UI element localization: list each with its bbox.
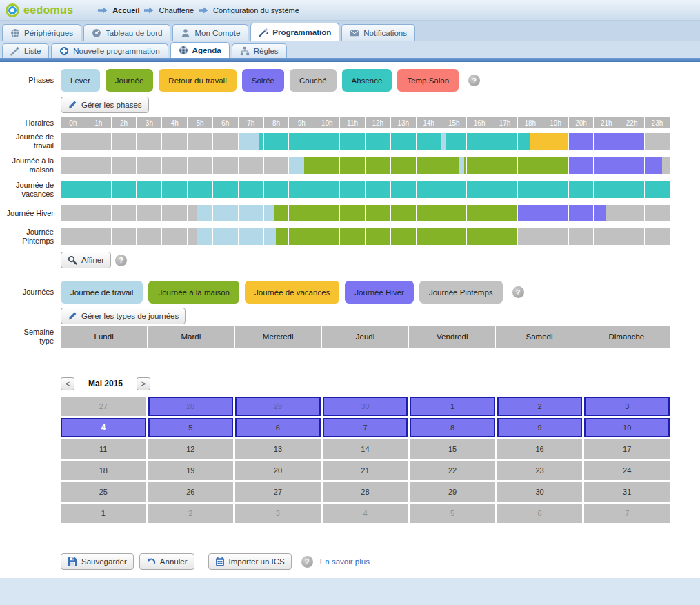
- timeline-hour-cell[interactable]: [340, 181, 365, 198]
- weekday-header-cell[interactable]: Vendredi: [409, 326, 495, 348]
- timeline-hour-cell[interactable]: [645, 157, 670, 174]
- timeline-hour-cell[interactable]: [467, 228, 492, 245]
- timeline-hour-cell[interactable]: [137, 181, 161, 198]
- calendar-day-cell[interactable]: 5: [148, 418, 234, 437]
- timeline-hour-cell[interactable]: [264, 157, 289, 174]
- timeline-hour-cell[interactable]: [264, 228, 289, 245]
- timeline-hour-cell[interactable]: [366, 133, 390, 150]
- save-button[interactable]: Sauvegarder: [61, 553, 134, 570]
- timeline-hour-cell[interactable]: [441, 205, 466, 221]
- timeline-hour-cell[interactable]: [619, 205, 644, 221]
- breadcrumb-item[interactable]: Chaufferie: [159, 6, 194, 14]
- calendar-day-cell[interactable]: 13: [235, 439, 321, 459]
- timeline-hour-cell[interactable]: [213, 205, 238, 221]
- timeline-hour-cell[interactable]: [137, 228, 161, 245]
- timeline-hour-cell[interactable]: [239, 157, 263, 174]
- phase-chip[interactable]: Absence: [342, 69, 392, 92]
- timeline-hour-cell[interactable]: [61, 157, 86, 174]
- timeline-hour-cell[interactable]: [417, 133, 441, 150]
- timeline-hour-cell[interactable]: [366, 205, 390, 221]
- calendar-day-cell[interactable]: 7: [584, 504, 670, 523]
- timeline-hour-cell[interactable]: [112, 228, 137, 245]
- timeline-hour-cell[interactable]: [112, 205, 137, 221]
- timeline-hour-cell[interactable]: [289, 157, 314, 174]
- phase-chip[interactable]: Lever: [61, 69, 100, 92]
- timeline-hour-cell[interactable]: [86, 133, 111, 150]
- calendar-day-cell[interactable]: 29: [235, 397, 321, 416]
- timeline-hour-cell[interactable]: [492, 133, 517, 150]
- weekday-header-cell[interactable]: Samedi: [496, 326, 582, 348]
- timeline-hour-cell[interactable]: [239, 205, 263, 221]
- learn-more-link[interactable]: En savoir plus: [320, 557, 370, 566]
- calendar-day-cell[interactable]: 10: [584, 418, 670, 437]
- calendar-day-cell[interactable]: 28: [323, 482, 408, 502]
- timeline-hour-cell[interactable]: [188, 181, 212, 198]
- timeline-hour-cell[interactable]: [61, 181, 86, 198]
- timeline-hour-cell[interactable]: [543, 181, 568, 198]
- affiner-button[interactable]: Affiner: [61, 252, 111, 268]
- calendar-day-cell[interactable]: 12: [148, 439, 234, 459]
- timeline-hour-cell[interactable]: [289, 205, 314, 221]
- eedomus-logo[interactable]: eedomus: [6, 3, 73, 17]
- calendar-day-cell[interactable]: 15: [410, 439, 495, 459]
- timeline-hour-cell[interactable]: [366, 228, 390, 245]
- timeline-hour-cell[interactable]: [391, 228, 416, 245]
- timeline-hour-cell[interactable]: [645, 181, 670, 198]
- calendar-day-cell[interactable]: 31: [584, 482, 670, 502]
- help-icon[interactable]: ?: [468, 75, 480, 86]
- phase-chip[interactable]: Retour du travail: [159, 69, 236, 92]
- timeline-hour-cell[interactable]: [569, 133, 594, 150]
- calendar-day-cell[interactable]: 21: [323, 461, 408, 480]
- calendar-day-cell[interactable]: 8: [410, 418, 495, 437]
- calendar-day-cell[interactable]: 30: [323, 397, 408, 416]
- tab-programmation[interactable]: Programmation: [250, 23, 339, 41]
- weekday-header-cell[interactable]: Mardi: [148, 326, 234, 348]
- timeline-hour-cell[interactable]: [86, 157, 111, 174]
- phase-chip[interactable]: Temp Salon: [397, 69, 459, 92]
- timeline-hour-cell[interactable]: [213, 133, 238, 150]
- timeline-hour-cell[interactable]: [594, 228, 619, 245]
- timeline-hour-cell[interactable]: [467, 205, 492, 221]
- timeline-hour-cell[interactable]: [340, 228, 365, 245]
- calendar-day-cell[interactable]: 1: [61, 504, 146, 523]
- timeline-hour-cell[interactable]: [543, 228, 568, 245]
- calendar-day-cell[interactable]: 30: [497, 482, 583, 502]
- timeline-hour-cell[interactable]: [239, 181, 263, 198]
- calendar-day-cell[interactable]: 1: [410, 397, 495, 416]
- calendar-day-cell[interactable]: 14: [323, 439, 408, 459]
- timeline-hour-cell[interactable]: [340, 157, 365, 174]
- timeline-hour-cell[interactable]: [239, 228, 263, 245]
- timeline-hour-cell[interactable]: [391, 133, 416, 150]
- timeline-hour-cell[interactable]: [239, 133, 263, 150]
- calendar-day-cell[interactable]: 27: [235, 482, 321, 502]
- tab-tableau-de-bord[interactable]: Tableau de bord: [83, 24, 170, 41]
- timeline-hour-cell[interactable]: [366, 181, 390, 198]
- calendar-prev-button[interactable]: <: [61, 377, 74, 390]
- timeline-hour-cell[interactable]: [289, 181, 314, 198]
- timeline-hour-cell[interactable]: [467, 181, 492, 198]
- timeline-hour-cell[interactable]: [594, 157, 619, 174]
- subtab-regles[interactable]: Règles: [232, 43, 287, 58]
- timeline-hour-cell[interactable]: [467, 133, 492, 150]
- timeline-hour-cell[interactable]: [391, 181, 416, 198]
- timeline-hour-cell[interactable]: [391, 205, 416, 221]
- calendar-day-cell[interactable]: 4: [323, 504, 408, 523]
- calendar-day-cell[interactable]: 18: [61, 461, 146, 480]
- timeline-hour-cell[interactable]: [61, 205, 86, 221]
- timeline-hour-cell[interactable]: [543, 133, 568, 150]
- timeline-hour-cell[interactable]: [518, 157, 543, 174]
- timeline-hour-cell[interactable]: [441, 228, 466, 245]
- timeline-hour-cell[interactable]: [162, 133, 187, 150]
- timeline-hour-cell[interactable]: [112, 157, 137, 174]
- timeline-hour-cell[interactable]: [314, 181, 339, 198]
- calendar-day-cell[interactable]: 23: [497, 461, 583, 480]
- calendar-day-cell[interactable]: 19: [148, 461, 234, 480]
- day-type-chip[interactable]: Journée à la maison: [148, 281, 239, 304]
- timeline-hour-cell[interactable]: [441, 181, 466, 198]
- timeline-hour-cell[interactable]: [314, 133, 339, 150]
- timeline-hour-cell[interactable]: [137, 157, 161, 174]
- timeline-hour-cell[interactable]: [492, 228, 517, 245]
- timeline-hour-cell[interactable]: [340, 133, 365, 150]
- day-type-chip[interactable]: Journée de vacances: [245, 281, 339, 304]
- calendar-day-cell[interactable]: 27: [61, 397, 146, 416]
